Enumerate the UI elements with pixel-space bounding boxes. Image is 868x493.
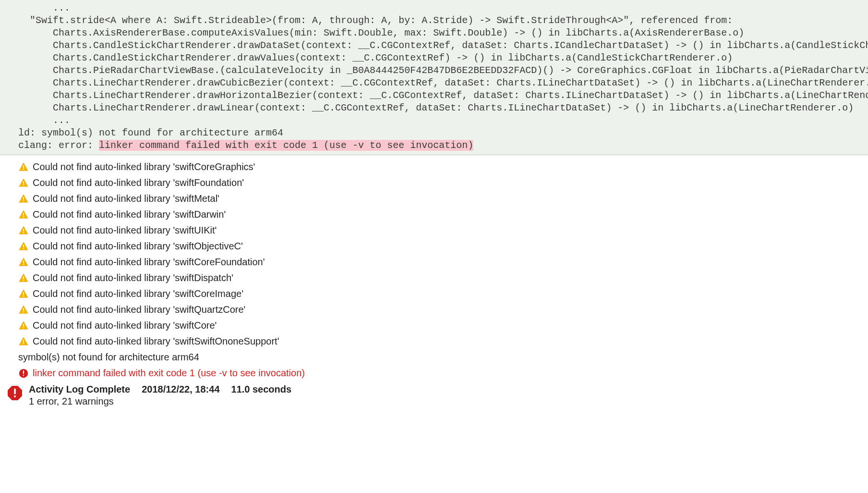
- warning-row[interactable]: Could not find auto-linked library 'swif…: [18, 286, 868, 302]
- summary-duration: 11.0 seconds: [231, 384, 292, 395]
- warning-message: Could not find auto-linked library 'swif…: [33, 208, 226, 222]
- warning-message: Could not find auto-linked library 'swif…: [33, 287, 243, 301]
- build-log-console: ... "Swift.stride<A where A: Swift.Strid…: [0, 0, 868, 155]
- warning-row[interactable]: Could not find auto-linked library 'swif…: [18, 302, 868, 318]
- warning-row[interactable]: Could not find auto-linked library 'swif…: [18, 175, 868, 191]
- warning-row[interactable]: Could not find auto-linked library 'swif…: [18, 222, 868, 238]
- warning-row[interactable]: Could not find auto-linked library 'swif…: [18, 254, 868, 270]
- warning-row[interactable]: Could not find auto-linked library 'swif…: [18, 270, 868, 286]
- warning-message: Could not find auto-linked library 'swif…: [33, 334, 279, 348]
- warning-icon: [18, 289, 29, 299]
- warning-message: Could not find auto-linked library 'swif…: [33, 255, 265, 269]
- issues-list: Could not find auto-linked library 'swif…: [0, 155, 868, 381]
- error-row[interactable]: linker command failed with exit code 1 (…: [18, 365, 868, 381]
- summary-timestamp: 2018/12/22, 18:44: [142, 384, 219, 395]
- warning-icon: [18, 225, 29, 236]
- summary-title: Activity Log Complete: [29, 384, 130, 395]
- activity-log-summary: Activity Log Complete 2018/12/22, 18:44 …: [0, 381, 868, 407]
- warning-message: Could not find auto-linked library 'swif…: [33, 303, 245, 317]
- build-log-text[interactable]: ... "Swift.stride<A where A: Swift.Strid…: [0, 2, 868, 152]
- warning-icon: [18, 257, 29, 268]
- warning-message: Could not find auto-linked library 'swif…: [33, 239, 243, 253]
- warning-message: Could not find auto-linked library 'swif…: [33, 176, 244, 190]
- warning-row[interactable]: Could not find auto-linked library 'swif…: [18, 159, 868, 175]
- warning-message: Could not find auto-linked library 'swif…: [33, 160, 255, 174]
- warning-icon: [18, 210, 29, 220]
- warning-row[interactable]: Could not find auto-linked library 'swif…: [18, 333, 868, 349]
- warning-row[interactable]: Could not find auto-linked library 'swif…: [18, 318, 868, 333]
- warning-icon: [18, 241, 29, 252]
- warning-message: Could not find auto-linked library 'swif…: [33, 319, 217, 333]
- warning-icon: [18, 194, 29, 204]
- warning-message: Could not find auto-linked library 'swif…: [33, 223, 217, 237]
- stop-error-icon: [7, 385, 23, 401]
- warning-row[interactable]: Could not find auto-linked library 'swif…: [18, 207, 868, 222]
- warning-icon: [18, 305, 29, 315]
- plain-issue-row[interactable]: symbol(s) not found for architecture arm…: [18, 349, 868, 365]
- error-icon: [18, 368, 29, 379]
- summary-subtitle: 1 error, 21 warnings: [29, 396, 291, 407]
- error-message: linker command failed with exit code 1 (…: [33, 366, 305, 380]
- warning-message: Could not find auto-linked library 'swif…: [33, 271, 233, 285]
- warning-icon: [18, 320, 29, 331]
- warning-row[interactable]: Could not find auto-linked library 'swif…: [18, 238, 868, 254]
- plain-issue-message: symbol(s) not found for architecture arm…: [18, 350, 199, 364]
- warning-icon: [18, 178, 29, 188]
- warning-row[interactable]: Could not find auto-linked library 'swif…: [18, 191, 868, 207]
- warning-message: Could not find auto-linked library 'swif…: [33, 192, 219, 206]
- warning-icon: [18, 273, 29, 283]
- warning-icon: [18, 336, 29, 347]
- clang-error-highlight: linker command failed with exit code 1 (…: [99, 140, 473, 151]
- warning-icon: [18, 162, 29, 173]
